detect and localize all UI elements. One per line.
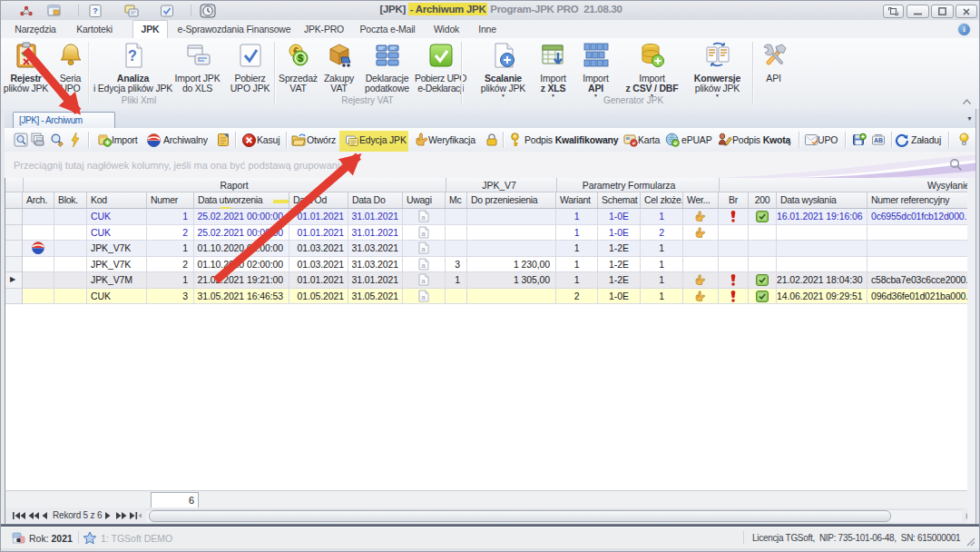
svg-text:a: a [421, 261, 426, 270]
svg-text:AB: AB [874, 137, 883, 143]
svg-text:a: a [421, 277, 426, 285]
svg-text:$: $ [297, 53, 302, 64]
svg-text:?: ? [128, 48, 137, 64]
svg-text:a: a [421, 245, 426, 253]
svg-text:a: a [421, 293, 426, 301]
svg-text:a: a [421, 230, 426, 238]
svg-text:a: a [421, 213, 426, 222]
